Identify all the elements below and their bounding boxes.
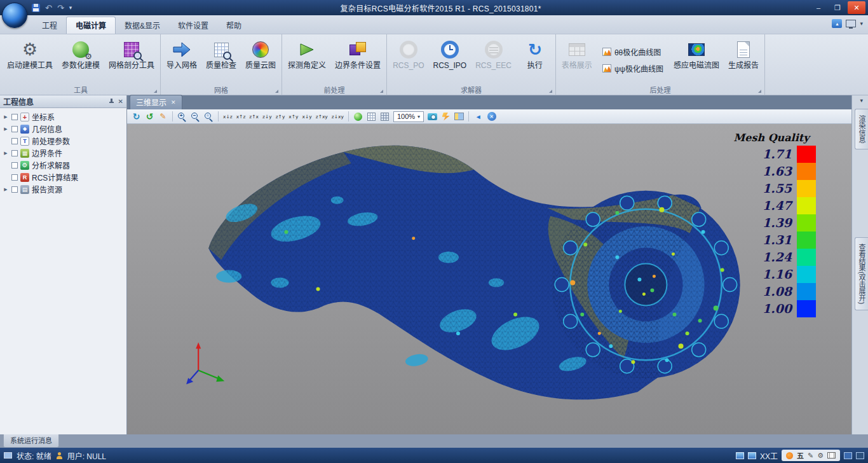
tray-icon[interactable] xyxy=(856,452,864,459)
quick-access-toolbar: ↶ ↷ ▾ xyxy=(32,4,72,12)
group-dialog-launcher[interactable] xyxy=(275,90,278,93)
group-dialog-launcher[interactable] xyxy=(758,90,761,93)
save-icon[interactable] xyxy=(32,4,40,12)
group-dialog-launcher[interactable] xyxy=(380,90,383,93)
zoom-out-icon[interactable]: − xyxy=(189,111,201,123)
rotate-icon[interactable]: ↺ xyxy=(144,111,156,123)
ime-keyboard-icon[interactable] xyxy=(827,452,836,459)
redo-icon[interactable]: ↷ xyxy=(57,4,64,12)
display-style-icon[interactable] xyxy=(846,20,856,27)
tree-checkbox[interactable] xyxy=(11,186,18,193)
tree-item-rcs-results[interactable]: RCS计算结果 xyxy=(0,171,126,183)
capture-icon[interactable] xyxy=(426,111,438,123)
view-preset-button[interactable]: x↓y xyxy=(301,111,313,123)
expander-icon[interactable]: ▶ xyxy=(3,114,9,120)
tray-icon[interactable] xyxy=(844,452,852,459)
view-results-tab[interactable]: 查看结果(双击展开) xyxy=(855,237,868,310)
app-logo-icon[interactable] xyxy=(2,3,27,28)
zoom-in-icon[interactable]: + xyxy=(176,111,188,123)
viewport-3d[interactable]: Mesh Quality 1.71 1.63 1.55 1.47 1.39 1.… xyxy=(127,124,851,434)
system-messages-tab[interactable]: 系统运行消息 xyxy=(3,434,59,448)
view-preset-button[interactable]: x↓z xyxy=(222,111,234,123)
theta-polarization-curve-button[interactable]: θθ极化曲线图 xyxy=(599,45,667,59)
light-icon[interactable] xyxy=(440,111,452,123)
tab-em-computation[interactable]: 电磁计算 xyxy=(66,17,116,34)
tree-checkbox[interactable] xyxy=(11,114,18,120)
execute-button[interactable]: ↻ 执行 xyxy=(517,36,553,85)
ime-logo-icon[interactable] xyxy=(786,452,793,459)
psi-polarization-curve-button[interactable]: ψψ极化曲线图 xyxy=(599,62,667,75)
layout-icon[interactable] xyxy=(453,111,465,123)
tab-help[interactable]: 帮助 xyxy=(217,17,250,34)
render-info-tab[interactable]: 渲染信息 xyxy=(855,109,868,149)
tab-project[interactable]: 工程 xyxy=(33,17,66,34)
maximize-button[interactable]: ❐ xyxy=(829,1,846,14)
view-preset-button[interactable]: z↓y xyxy=(261,111,273,123)
boundary-settings-button[interactable]: 边界条件设置 xyxy=(331,36,384,85)
minimize-button[interactable]: – xyxy=(810,1,827,14)
quality-check-button[interactable]: 质量检查 xyxy=(202,36,240,85)
import-mesh-button[interactable]: 导入网格 xyxy=(163,36,201,85)
green-pointer-icon xyxy=(299,38,315,61)
measure-icon[interactable]: ✎ xyxy=(157,111,169,123)
back-icon[interactable]: ◄ xyxy=(472,111,484,123)
tab-software-settings[interactable]: 软件设置 xyxy=(169,17,217,34)
zoom-select[interactable]: 100% ▾ xyxy=(393,111,424,122)
orbit-icon[interactable]: ↻ xyxy=(130,111,142,123)
grid-toggle-icon[interactable] xyxy=(365,111,377,123)
rcs-eec-button: RCS_EEC xyxy=(471,36,515,85)
view-preset-button[interactable]: z↑xy xyxy=(315,111,329,123)
ime-mode[interactable]: 五 xyxy=(797,450,804,460)
tab-close-icon[interactable]: ✕ xyxy=(171,99,176,106)
input-method-bar[interactable]: 五 ✎ ⚙ xyxy=(782,450,840,461)
taskbar-app-icon[interactable] xyxy=(748,452,756,459)
tab-3d-display[interactable]: 三维显示 ✕ xyxy=(130,95,182,109)
tree-checkbox[interactable] xyxy=(11,150,18,156)
tree-checkbox[interactable] xyxy=(11,126,18,132)
tree-checkbox[interactable] xyxy=(11,138,18,144)
group-dialog-launcher[interactable] xyxy=(154,90,157,93)
view-preset-button[interactable]: z↑y xyxy=(275,111,287,123)
view-preset-button[interactable]: z↓xy xyxy=(330,111,345,123)
tabrow-dropdown-icon[interactable]: ▾ xyxy=(860,20,863,27)
shaded-mode-icon[interactable] xyxy=(352,111,364,123)
quality-contour-button[interactable]: 质量云图 xyxy=(241,36,280,85)
launch-modeling-tool-button[interactable]: ⚙ 启动建模工具 xyxy=(3,36,57,85)
tab-data-display[interactable]: 数据&显示 xyxy=(116,17,169,34)
tree-item-analysis-solver[interactable]: 分析求解器 xyxy=(0,159,126,171)
expander-icon[interactable]: ▶ xyxy=(3,127,9,132)
tree-item-preprocess-params[interactable]: 前处理参数 xyxy=(0,135,126,147)
rcs-ipo-button[interactable]: RCS_IPO xyxy=(429,36,470,85)
undo-icon[interactable]: ↶ xyxy=(45,4,52,12)
tree-item-coordinate-system[interactable]: ▶ 坐标系 xyxy=(0,111,126,123)
tree-item-report-resources[interactable]: ▶ 报告资源 xyxy=(0,183,126,195)
tree-checkbox[interactable] xyxy=(11,174,18,181)
tree-item-geometry-info[interactable]: ▶ 几何信息 xyxy=(0,123,126,135)
tree-item-boundary-conditions[interactable]: ▶ 边界条件 xyxy=(0,147,126,159)
view-preset-button[interactable]: x↑y xyxy=(287,111,299,123)
ime-pen-icon[interactable]: ✎ xyxy=(808,452,813,460)
expander-icon[interactable]: ▶ xyxy=(3,187,9,192)
dock-dropdown-icon[interactable]: ▾ xyxy=(860,97,863,104)
wireframe-toggle-icon[interactable] xyxy=(379,111,391,123)
clear-view-icon[interactable]: ✕ xyxy=(485,111,498,123)
zoom-window-icon[interactable]: ▫ xyxy=(203,111,215,123)
mesh-partition-tool-button[interactable]: 网格剖分工具 xyxy=(105,36,158,85)
ime-settings-icon[interactable]: ⚙ xyxy=(817,452,824,460)
group-dialog-launcher[interactable] xyxy=(549,90,552,93)
probe-angle-button[interactable]: 探测角定义 xyxy=(284,36,330,85)
zoom-dropdown-icon[interactable]: ▾ xyxy=(417,114,420,120)
user-text: 用户: NULL xyxy=(67,450,106,461)
tree-checkbox[interactable] xyxy=(11,162,18,169)
parametric-modeling-button[interactable]: 参数化建模 xyxy=(58,36,104,85)
close-button[interactable]: ✕ xyxy=(848,1,865,14)
panel-close-icon[interactable]: ✕ xyxy=(118,98,123,105)
pin-icon[interactable] xyxy=(108,98,114,105)
ribbon-collapse-icon[interactable]: ▲ xyxy=(832,19,842,28)
generate-report-button[interactable]: 生成报告 xyxy=(724,36,763,85)
expander-icon[interactable]: ▶ xyxy=(3,151,9,156)
induced-current-map-button[interactable]: 感应电磁流图 xyxy=(670,36,723,85)
view-preset-button[interactable]: x↑z xyxy=(235,111,247,123)
taskbar-app-icon[interactable] xyxy=(736,452,744,459)
view-preset-button[interactable]: z↑x xyxy=(248,111,260,123)
